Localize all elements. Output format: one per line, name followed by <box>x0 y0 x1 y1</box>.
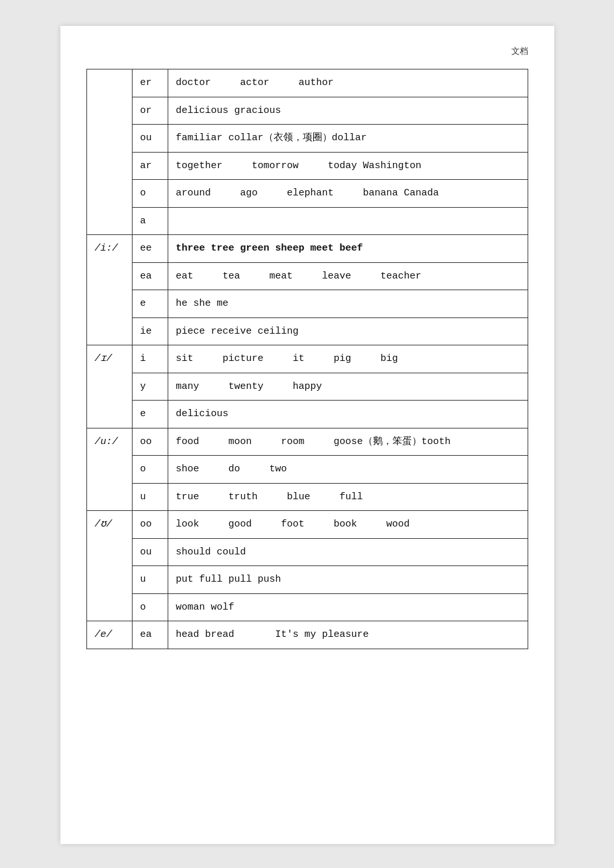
spelling-cell: oo <box>132 511 168 539</box>
doc-label: 文档 <box>86 45 528 57</box>
spelling-cell: oo <box>132 428 168 456</box>
examples-cell: eat tea meat leave teacher <box>168 262 528 290</box>
spelling-cell: a <box>132 207 168 235</box>
table-row: o around ago elephant banana Canada <box>86 180 528 208</box>
spelling-cell: o <box>132 180 168 208</box>
phonics-table: er doctor actor author or delicious grac… <box>86 69 528 649</box>
table-row: /i:/ ee three tree green sheep meet beef <box>86 235 528 263</box>
examples-cell: head bread It's my pleasure <box>168 621 528 649</box>
spelling-cell: u <box>132 566 168 594</box>
table-row: /ʊ/ oo look good foot book wood <box>86 511 528 539</box>
bold-word: sheep <box>275 243 311 254</box>
examples-cell: woman wolf <box>168 593 528 621</box>
table-row: o shoe do two <box>86 456 528 484</box>
spelling-cell: ee <box>132 235 168 263</box>
spelling-cell: ar <box>132 152 168 180</box>
spelling-cell: i <box>132 345 168 373</box>
examples-cell: together tomorrow today Washington <box>168 152 528 180</box>
table-row: ou familiar collar（衣领，项圈）dollar <box>86 125 528 153</box>
examples-cell: around ago elephant banana Canada <box>168 180 528 208</box>
examples-cell: three tree green sheep meet beef <box>168 235 528 263</box>
examples-cell: he she me <box>168 290 528 318</box>
table-row: e delicious <box>86 401 528 428</box>
spelling-cell: or <box>132 97 168 125</box>
table-row: y many twenty happy <box>86 373 528 401</box>
examples-cell <box>168 207 528 235</box>
table-row: /ɪ/ i sit picture it pig big <box>86 345 528 373</box>
spelling-cell: u <box>132 483 168 511</box>
spelling-cell: y <box>132 373 168 401</box>
table-row: ea eat tea meat leave teacher <box>86 262 528 290</box>
bold-word: green <box>240 243 275 254</box>
table-row: o woman wolf <box>86 593 528 621</box>
table-row: e he she me <box>86 290 528 318</box>
spelling-cell: ea <box>132 621 168 649</box>
examples-cell: put full pull push <box>168 566 528 594</box>
spelling-cell: er <box>132 69 168 97</box>
spelling-cell: e <box>132 290 168 318</box>
phoneme-cell: /e/ <box>86 621 132 649</box>
table-row: /u:/ oo food moon room goose（鹅，笨蛋）tooth <box>86 428 528 456</box>
spelling-cell: ea <box>132 262 168 290</box>
examples-cell: true truth blue full <box>168 483 528 511</box>
table-row: or delicious gracious <box>86 97 528 125</box>
examples-cell: sit picture it pig big <box>168 345 528 373</box>
page: 文档 er doctor actor author or delicious g… <box>60 26 554 844</box>
examples-cell: doctor actor author <box>168 69 528 97</box>
examples-cell: delicious gracious <box>168 97 528 125</box>
spelling-cell: o <box>132 593 168 621</box>
spelling-cell: ou <box>132 538 168 566</box>
bold-word: meet <box>311 243 340 254</box>
table-row: er doctor actor author <box>86 69 528 97</box>
examples-cell: shoe do two <box>168 456 528 484</box>
examples-cell: food moon room goose（鹅，笨蛋）tooth <box>168 428 528 456</box>
bold-word: beef <box>340 243 363 254</box>
phoneme-cell: /i:/ <box>86 235 132 345</box>
spelling-cell: ou <box>132 125 168 153</box>
examples-cell: delicious <box>168 401 528 428</box>
examples-cell: piece receive ceiling <box>168 317 528 345</box>
phoneme-cell: /ʊ/ <box>86 511 132 621</box>
examples-cell: should could <box>168 538 528 566</box>
spelling-cell: o <box>132 456 168 484</box>
table-row: /e/ ea head bread It's my pleasure <box>86 621 528 649</box>
examples-cell: look good foot book wood <box>168 511 528 539</box>
phoneme-cell: /ɪ/ <box>86 345 132 428</box>
bold-word: tree <box>211 243 240 254</box>
phoneme-cell <box>86 69 132 235</box>
phoneme-cell: /u:/ <box>86 428 132 511</box>
spelling-cell: ie <box>132 317 168 345</box>
table-row: u put full pull push <box>86 566 528 594</box>
table-row: u true truth blue full <box>86 483 528 511</box>
bold-word: three <box>176 243 211 254</box>
table-row: ie piece receive ceiling <box>86 317 528 345</box>
table-row: a <box>86 207 528 235</box>
table-row: ou should could <box>86 538 528 566</box>
examples-cell: familiar collar（衣领，项圈）dollar <box>168 125 528 153</box>
examples-cell: many twenty happy <box>168 373 528 401</box>
spelling-cell: e <box>132 401 168 428</box>
table-row: ar together tomorrow today Washington <box>86 152 528 180</box>
